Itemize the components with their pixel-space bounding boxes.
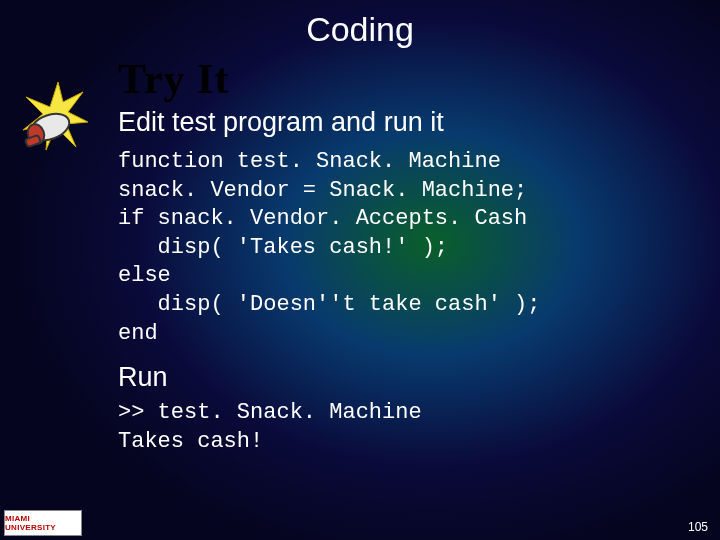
run-heading: Run <box>118 362 698 393</box>
university-logo: MIAMI UNIVERSITY <box>4 510 82 536</box>
slide-content: Try It Edit test program and run it func… <box>118 55 698 456</box>
tryit-heading: Try It <box>118 55 698 103</box>
page-number: 105 <box>688 520 708 534</box>
slide-title: Coding <box>0 0 720 49</box>
edit-subheading: Edit test program and run it <box>118 107 698 138</box>
code-block: function test. Snack. Machine snack. Ven… <box>118 148 698 348</box>
run-output: >> test. Snack. Machine Takes cash! <box>118 399 698 456</box>
megaphone-icon <box>8 72 108 172</box>
